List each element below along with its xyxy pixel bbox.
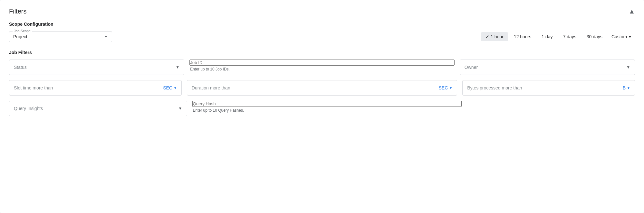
duration-label: Duration more than: [192, 85, 230, 90]
duration-unit-arrow: ▼: [449, 86, 452, 90]
filter-row-2: Slot time more than SEC ▼ Duration more …: [9, 80, 635, 96]
scope-row: Job Scope Project ▼ ✓1 hour 12 hours 1 d…: [9, 31, 635, 42]
time-btn-custom[interactable]: Custom ▼: [608, 32, 635, 41]
filters-panel: Filters ▲ Scope Configuration Job Scope …: [0, 0, 644, 213]
time-btn-7days[interactable]: 7 days: [559, 32, 581, 41]
job-id-hint: Enter up to 10 Job IDs.: [189, 67, 455, 71]
job-filters-section: Job Filters Status ▼ Enter up to 10 Job …: [9, 50, 635, 116]
slot-time-select[interactable]: Slot time more than SEC ▼: [9, 80, 182, 96]
job-scope-legend: Job Scope: [13, 29, 32, 33]
filter-row-3: Query Insights ▼ Enter up to 10 Query Ha…: [9, 101, 635, 116]
custom-arrow-icon: ▼: [628, 35, 632, 39]
time-filters: ✓1 hour 12 hours 1 day 7 days 30 days Cu…: [481, 32, 635, 41]
query-insights-label: Query Insights: [14, 106, 43, 111]
duration-unit[interactable]: SEC ▼: [438, 85, 452, 90]
owner-select[interactable]: Owner ▼: [460, 60, 635, 75]
query-hash-wrapper: Enter up to 10 Query Hashes.: [192, 101, 462, 113]
job-scope-arrow: ▼: [104, 34, 108, 39]
query-hash-hint: Enter up to 10 Query Hashes.: [192, 108, 462, 113]
status-select[interactable]: Status ▼: [9, 60, 184, 75]
collapse-icon[interactable]: ▲: [629, 8, 635, 15]
slot-time-label: Slot time more than: [14, 85, 53, 90]
job-scope-value: Project: [13, 34, 27, 39]
job-filters-title: Job Filters: [9, 50, 635, 55]
bytes-unit-arrow: ▼: [627, 86, 630, 90]
checkmark-icon: ✓: [485, 34, 489, 39]
status-arrow-icon: ▼: [176, 65, 179, 69]
panel-header: Filters ▲: [9, 8, 635, 15]
job-scope-select[interactable]: Job Scope Project ▼: [9, 31, 112, 42]
query-hash-input[interactable]: [192, 101, 462, 107]
query-insights-arrow-icon: ▼: [178, 106, 182, 111]
panel-title: Filters: [9, 8, 26, 15]
job-id-input[interactable]: [189, 60, 455, 66]
slot-time-unit-arrow: ▼: [174, 86, 177, 90]
status-label: Status: [14, 65, 27, 70]
time-btn-30days[interactable]: 30 days: [582, 32, 607, 41]
scope-left: Job Scope Project ▼: [9, 31, 112, 42]
bytes-unit[interactable]: B ▼: [623, 85, 630, 90]
slot-time-unit[interactable]: SEC ▼: [163, 85, 177, 90]
scope-section-title: Scope Configuration: [9, 22, 635, 27]
time-btn-1day[interactable]: 1 day: [537, 32, 557, 41]
bytes-select[interactable]: Bytes processed more than B ▼: [462, 80, 635, 96]
bytes-label: Bytes processed more than: [467, 85, 522, 90]
filter-row-1: Status ▼ Enter up to 10 Job IDs. Owner ▼: [9, 60, 635, 75]
time-btn-12hours[interactable]: 12 hours: [509, 32, 536, 41]
time-btn-1hour[interactable]: ✓1 hour: [481, 32, 508, 41]
job-id-wrapper: Enter up to 10 Job IDs.: [189, 60, 455, 71]
owner-arrow-icon: ▼: [626, 65, 630, 69]
duration-select[interactable]: Duration more than SEC ▼: [187, 80, 457, 96]
owner-label: Owner: [465, 65, 478, 70]
query-insights-select[interactable]: Query Insights ▼: [9, 101, 187, 116]
